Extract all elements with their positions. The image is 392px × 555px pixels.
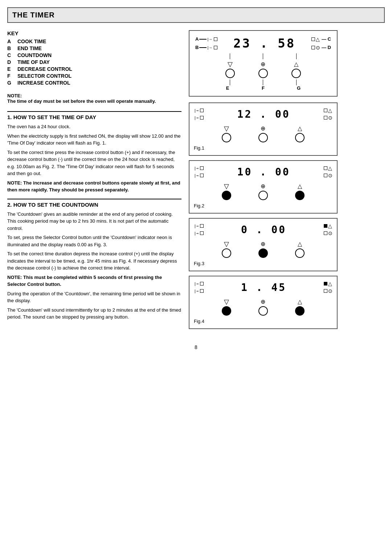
fig1-sq-bot <box>200 116 204 119</box>
fig2-diagram: |→ |→ 10 . 00 △ ⊙ <box>189 160 338 214</box>
fig2-triangle-icon: △ <box>328 165 332 171</box>
fig3-increase-btn[interactable] <box>295 248 305 258</box>
fig2-increase: △ <box>295 183 305 200</box>
note-text: The time of day must be set before the o… <box>7 98 181 104</box>
section2-p6: The 'Countdown' will sound intermittentl… <box>7 307 181 321</box>
fig2-selector-btn[interactable] <box>258 191 268 200</box>
key-label-c: COUNTDOWN <box>17 52 52 58</box>
fig3-up-icon: △ <box>298 240 302 247</box>
main-display-row: A |→ B |→ <box>195 36 331 50</box>
fig2-down-icon: ▽ <box>224 183 229 190</box>
right-squares <box>311 36 315 50</box>
key-item-c: C COUNTDOWN <box>7 52 181 58</box>
fig4-increase-btn[interactable] <box>295 306 305 316</box>
vline-f <box>263 53 263 59</box>
fig3-decrease-btn[interactable] <box>222 248 231 258</box>
section2-body: The 'Countdown' gives an audible reminde… <box>7 211 181 321</box>
fig1-arrow-bot: |→ <box>194 116 199 120</box>
fig2-label: Fig.2 <box>194 203 332 208</box>
triangle-icon: △ <box>316 36 320 42</box>
selector-btn[interactable] <box>258 69 268 78</box>
vline-e2 <box>230 80 230 85</box>
fig1-display-row: |→ |→ 12 . 00 △ <box>194 108 332 121</box>
fig2-arrows: |→ |→ <box>194 165 199 178</box>
label-a-row: A |→ <box>195 36 212 42</box>
key-item-a: A COOK TIME <box>7 39 181 44</box>
fig3-left-sq <box>200 223 204 236</box>
fig1-arrows: |→ |→ <box>194 108 199 121</box>
fig2-increase-btn[interactable] <box>295 191 305 200</box>
fig1-clock-icon: ⊙ <box>328 115 332 121</box>
fig4-time-display: 1 . 45 <box>205 281 322 294</box>
fig1-selector-btn[interactable] <box>258 133 268 142</box>
fig4-clock-icon: ⊙ <box>328 288 332 294</box>
fig3-sel-icon: ⊕ <box>261 240 265 247</box>
fig2-sq-top <box>200 166 204 170</box>
label-b: B <box>195 45 199 50</box>
main-time-value: 23 . 58 <box>233 36 295 50</box>
decrease-btn[interactable] <box>225 69 235 78</box>
key-letter-a: A <box>7 39 14 44</box>
cd-labels: — C — D <box>322 36 331 50</box>
key-letter-b: B <box>7 45 14 51</box>
fig3-increase: △ <box>295 240 305 258</box>
fig1-diagram: |→ |→ 12 . 00 △ <box>189 102 338 156</box>
fig2-decrease-btn[interactable] <box>222 191 231 200</box>
fig1-arrow-bot-sym: |→ <box>194 116 199 120</box>
label-f: F <box>256 85 270 91</box>
fig4-right-sym: △ ⊙ <box>328 281 332 294</box>
key-letter-e: E <box>7 66 14 72</box>
fig2-sq-bot <box>200 174 204 177</box>
section2-p4: NOTE: This must be completed within 5 se… <box>7 274 181 288</box>
right-column: A |→ B |→ <box>189 30 348 333</box>
fig3-right-sq-wrap <box>324 223 327 236</box>
section1-heading: 1. HOW TO SET THE TIME OF DAY <box>7 111 181 120</box>
fig4-arr-bot: |→ <box>194 289 199 293</box>
section2-p1: The 'Countdown' gives an audible reminde… <box>7 211 181 232</box>
fig3-selector-btn[interactable] <box>258 248 268 258</box>
fig4-right-sq-wrap <box>324 281 327 294</box>
fig4-up-icon: △ <box>298 298 302 305</box>
key-label-e: DECREASE CONTROL <box>17 66 72 72</box>
vline-f2 <box>263 80 263 85</box>
fig1-arrow-top-sym: |→ <box>194 108 199 113</box>
fig4-decrease-btn[interactable] <box>222 306 231 316</box>
fig1-increase-btn[interactable] <box>295 133 305 142</box>
fig3-display-row: |→ |→ 0 . 00 △ ⊙ <box>194 223 332 236</box>
fig1-right-sq <box>324 108 327 121</box>
fig4-label: Fig.4 <box>194 319 332 324</box>
fig2-arr-bot: |→ <box>194 173 199 178</box>
fig2-right-sym: △ ⊙ <box>328 165 332 178</box>
section1-p4: NOTE: The increase and decrease control … <box>7 179 181 194</box>
fig1-sq-right-top <box>324 109 327 112</box>
section2-p3: To set the correct time duration depress… <box>7 250 181 272</box>
fig3-sq-top <box>200 224 204 228</box>
fig2-right-sq <box>324 165 327 178</box>
key-label-g: INCREASE CONTROL <box>17 80 70 86</box>
vline-e <box>230 53 230 59</box>
fig3-decrease: ▽ <box>222 241 231 258</box>
vline-g2 <box>296 80 297 85</box>
fig4-diagram: |→ |→ 1 . 45 △ ⊙ <box>189 276 338 329</box>
fig1-arrow-top: |→ <box>194 108 199 113</box>
section2-p5: During the operation of the 'Countdown',… <box>7 290 181 304</box>
fig2-sq-right-bot <box>324 174 327 177</box>
arrow-a: |→ <box>207 37 212 41</box>
fig4-display-row: |→ |→ 1 . 45 △ ⊙ <box>194 281 332 294</box>
fig2-sq-right-top <box>324 166 327 170</box>
label-b-row: B |→ <box>195 45 212 50</box>
main-controls: ▽ ⊕ △ <box>195 59 331 80</box>
fig4-triangle-icon: △ <box>328 281 332 287</box>
vline-g <box>296 53 297 59</box>
fig1-controls: ▽ ⊕ △ <box>194 123 332 144</box>
increase-btn[interactable] <box>291 69 301 78</box>
fig2-time-value: 10 . 00 <box>237 166 290 178</box>
fig3-clock-icon: ⊙ <box>328 230 332 236</box>
fig4-selector-btn[interactable] <box>258 306 268 316</box>
fig2-decrease: ▽ <box>222 183 231 200</box>
section1-p2: When the electricity supply is first swi… <box>7 133 181 147</box>
fig2-display-row: |→ |→ 10 . 00 △ ⊙ <box>194 165 332 178</box>
fig1-decrease-btn[interactable] <box>222 133 231 142</box>
fig3-controls: ▽ ⊕ △ <box>194 239 332 259</box>
page-number: 8 <box>7 344 385 350</box>
